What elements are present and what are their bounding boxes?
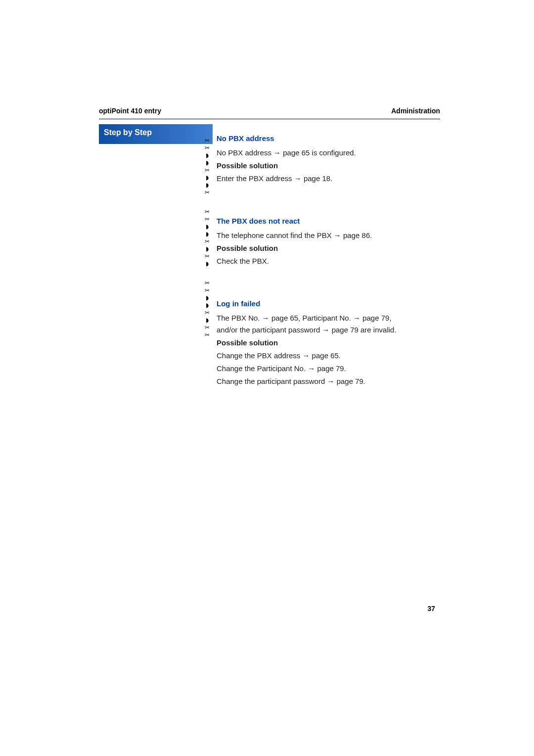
- page-number: 37: [427, 605, 435, 613]
- possible-solution-label: Possible solution: [217, 160, 440, 171]
- main-columns: Step by Step ✂ ✂ ◗ ◗ ✂ ◗ ◗ ✂ ✂ ✂ ◗ ◗ ✂ ◗…: [99, 124, 440, 389]
- step-by-step-sidebar: Step by Step: [99, 124, 213, 144]
- text-fragment: and/or the participant password: [217, 326, 322, 334]
- text-fragment: The telephone cannot find the PBX: [217, 231, 334, 239]
- text-fragment: page 86.: [341, 231, 372, 239]
- text-line: Change the PBX address → page 65.: [217, 350, 440, 361]
- arrow-icon: →: [302, 351, 310, 360]
- margin-icon-column: ✂ ✂ ◗ ◗ ✂ ◗ ◗ ✂ ✂ ✂ ◗ ◗ ✂ ◗ ✂ ◗ ✂ ✂ ◗: [204, 137, 211, 339]
- header-right: Administration: [391, 107, 440, 115]
- bullet-icon: ◗: [206, 294, 209, 302]
- text-fragment: page 65, Participant No.: [269, 314, 353, 322]
- bullet-icon: ◗: [206, 159, 209, 167]
- scissors-icon: ✂: [205, 253, 210, 260]
- text-fragment: page 18.: [302, 174, 333, 183]
- content-column: ✂ ✂ ◗ ◗ ✂ ◗ ◗ ✂ ✂ ✂ ◗ ◗ ✂ ◗ ✂ ◗ ✂ ✂ ◗: [213, 124, 440, 389]
- possible-solution-label: Possible solution: [217, 337, 440, 348]
- bullet-icon: ◗: [206, 152, 209, 159]
- scissors-icon: ✂: [205, 208, 210, 216]
- text-line: The telephone cannot find the PBX → page…: [217, 230, 440, 241]
- text-fragment: Enter the PBX address: [217, 174, 294, 183]
- arrow-icon: →: [327, 377, 334, 385]
- section-title-pbx-no-react: The PBX does not react: [217, 217, 440, 225]
- text-line: No PBX address → page 65 is configured.: [217, 147, 440, 158]
- bullet-icon: ◗: [206, 317, 209, 324]
- section-title-no-pbx: No PBX address: [217, 134, 440, 142]
- bullet-icon: ◗: [206, 260, 209, 268]
- text-fragment: Change the participant password: [217, 377, 327, 385]
- arrow-icon: →: [334, 231, 341, 239]
- text-line: Enter the PBX address → page 18.: [217, 173, 440, 184]
- section-title-login-failed: Log in failed: [217, 299, 440, 308]
- text-line: Change the Participant No. → page 79.: [217, 363, 440, 374]
- document-page: optiPoint 410 entry Administration Step …: [99, 107, 440, 389]
- text-fragment: No PBX address: [217, 148, 273, 157]
- text-line: and/or the participant password → page 7…: [217, 325, 440, 335]
- scissors-icon: ✂: [205, 167, 210, 174]
- text-fragment: page 65 is configured.: [281, 148, 356, 157]
- bullet-icon: ◗: [206, 231, 209, 238]
- scissors-icon: ✂: [205, 216, 210, 223]
- sidebar-title: Step by Step: [104, 128, 208, 137]
- page-header: optiPoint 410 entry Administration: [99, 107, 440, 119]
- scissors-icon: ✂: [205, 238, 210, 245]
- possible-solution-label: Possible solution: [217, 243, 440, 254]
- text-fragment: Change the PBX address: [217, 351, 302, 360]
- bullet-icon: ◗: [206, 302, 209, 309]
- scissors-icon: ✂: [205, 189, 210, 196]
- scissors-icon: ✂: [205, 280, 210, 287]
- bullet-icon: ◗: [206, 223, 209, 231]
- spacer: [217, 269, 440, 285]
- scissors-icon: ✂: [205, 287, 210, 294]
- arrow-icon: →: [294, 174, 302, 183]
- scissors-icon: ✂: [205, 137, 210, 144]
- arrow-icon: →: [262, 314, 269, 322]
- scissors-icon: ✂: [205, 331, 210, 339]
- header-left: optiPoint 410 entry: [99, 107, 161, 115]
- bullet-icon: ◗: [206, 245, 209, 253]
- bullet-icon: ◗: [206, 174, 209, 182]
- arrow-icon: →: [308, 364, 315, 373]
- scissors-icon: ✂: [205, 144, 210, 152]
- text-fragment: The PBX No.: [217, 314, 262, 322]
- arrow-icon: →: [322, 326, 329, 334]
- text-fragment: page 79.: [334, 377, 365, 385]
- text-line: Change the participant password → page 7…: [217, 376, 440, 387]
- text-fragment: page 79 are invalid.: [329, 326, 396, 334]
- arrow-icon: →: [353, 314, 360, 322]
- spacer: [217, 186, 440, 203]
- scissors-icon: ✂: [205, 309, 210, 317]
- text-fragment: page 79,: [360, 314, 392, 322]
- text-fragment: page 65.: [310, 351, 341, 360]
- text-fragment: Change the Participant No.: [217, 364, 308, 373]
- text-line: The PBX No. → page 65, Participant No. →…: [217, 313, 440, 324]
- text-fragment: page 79.: [315, 364, 346, 373]
- scissors-icon: ✂: [205, 324, 210, 331]
- arrow-icon: →: [273, 148, 281, 157]
- bullet-icon: ◗: [206, 182, 209, 189]
- text-line: Check the PBX.: [217, 256, 440, 267]
